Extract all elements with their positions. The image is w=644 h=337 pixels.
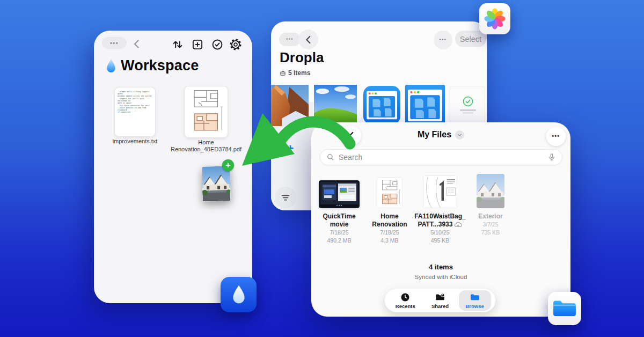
file-label: improvements.txt bbox=[97, 138, 173, 145]
workspace-panel: ••• Workspace - proper multi-tasking sup… bbox=[94, 31, 252, 303]
more-button[interactable]: ••• bbox=[546, 127, 566, 146]
bliss-photo bbox=[314, 85, 357, 126]
upload-check-screenshot-item[interactable] bbox=[450, 86, 485, 125]
sync-status: Synced with iCloud bbox=[311, 274, 570, 280]
back-button[interactable] bbox=[130, 38, 143, 50]
icloud-download-icon bbox=[454, 222, 462, 228]
add-item-button[interactable]: + bbox=[284, 143, 297, 155]
add-button[interactable] bbox=[191, 38, 204, 52]
shared-folder-icon bbox=[434, 292, 446, 303]
titlebar: My Files bbox=[311, 130, 570, 140]
select-mode-button[interactable] bbox=[210, 38, 224, 52]
blue-docs-screenshot bbox=[408, 88, 442, 123]
more-dots-icon: ••• bbox=[440, 38, 447, 42]
add-square-icon bbox=[191, 38, 204, 52]
tab-shared[interactable]: Shared bbox=[424, 290, 456, 311]
water-drop-icon bbox=[105, 58, 117, 74]
blue-docs-screenshot-item[interactable] bbox=[405, 85, 445, 126]
floorplan-thumbnail bbox=[377, 177, 402, 208]
dragged-photo[interactable] bbox=[202, 166, 230, 202]
drop-add-badge: + bbox=[222, 159, 234, 171]
settings-button[interactable] bbox=[229, 38, 243, 52]
photo-el-capitan[interactable] bbox=[271, 85, 309, 126]
folder-icon bbox=[469, 292, 481, 303]
house-exterior-thumbnail bbox=[477, 174, 504, 208]
pattern-thumbnail bbox=[423, 175, 457, 208]
title-menu-button[interactable] bbox=[455, 130, 464, 140]
blue-docs-app-item[interactable] bbox=[363, 86, 400, 124]
blue-docs-app-icon bbox=[367, 90, 397, 121]
file-waistbag-pattern[interactable]: FA110WaistBag_ PATT...3933 5/10/25 495 K… bbox=[414, 174, 466, 245]
workspace-title: Workspace bbox=[121, 57, 199, 74]
upload-check-graphic bbox=[450, 87, 485, 125]
chevron-left-icon bbox=[130, 38, 143, 50]
microphone-icon bbox=[547, 152, 557, 162]
screenshot-canvas: ••• Workspace - proper multi-tasking sup… bbox=[0, 0, 644, 337]
tab-bar: Recents Shared Browse bbox=[385, 289, 495, 312]
file-quicktime-movie[interactable]: QuickTime movie 7/18/25 490.2 MB bbox=[316, 174, 363, 245]
more-dots-icon: ••• bbox=[552, 134, 560, 139]
photos-app-icon[interactable] bbox=[479, 3, 510, 34]
more-dots-icon: ••• bbox=[110, 40, 119, 46]
tab-recents[interactable]: Recents bbox=[389, 290, 421, 311]
box-icon bbox=[280, 70, 286, 76]
filter-lines-icon bbox=[280, 192, 291, 203]
chevron-left-icon bbox=[303, 34, 314, 46]
chevron-down-icon bbox=[456, 131, 463, 138]
more-button[interactable]: ••• bbox=[434, 31, 452, 49]
dropla-title: Dropla bbox=[280, 49, 324, 66]
file-exterior-dimmed[interactable]: Exterior 3/7/25 735 KB bbox=[468, 174, 513, 237]
water-drop-icon bbox=[231, 284, 247, 305]
file-label: Home Renovation_48ED3784.pdf bbox=[163, 139, 250, 153]
floorplan-thumbnail bbox=[185, 86, 228, 138]
checkmark-circle-icon bbox=[210, 38, 224, 52]
tab-browse[interactable]: Browse bbox=[459, 290, 491, 311]
photos-flower-icon bbox=[482, 6, 507, 31]
file-improvements-txt[interactable]: - proper multi-tasking support where win… bbox=[114, 87, 156, 137]
files-app-icon[interactable] bbox=[548, 292, 581, 325]
items-count: 5 Items bbox=[280, 69, 310, 77]
clock-icon bbox=[400, 292, 411, 303]
file-home-renovation[interactable]: Home Renovation 7/18/25 4.3 MB bbox=[366, 174, 413, 245]
settings-gear-icon bbox=[229, 38, 243, 52]
search-bar[interactable] bbox=[320, 149, 562, 165]
window-controls-pill[interactable]: ••• bbox=[102, 37, 127, 49]
workspace-app-icon[interactable] bbox=[221, 277, 257, 312]
filter-button[interactable] bbox=[275, 187, 296, 208]
video-thumbnail bbox=[319, 180, 360, 208]
file-home-renovation-pdf[interactable] bbox=[184, 86, 228, 138]
items-count: 4 items bbox=[311, 263, 570, 271]
el-capitan-photo bbox=[271, 85, 309, 126]
window-controls-pill[interactable]: ••• bbox=[279, 33, 301, 46]
search-input[interactable] bbox=[339, 153, 544, 162]
window-title: My Files bbox=[418, 130, 451, 140]
photo-bliss[interactable] bbox=[314, 85, 357, 126]
more-dots-icon: ••• bbox=[286, 37, 294, 42]
search-icon bbox=[326, 152, 335, 162]
files-window: My Files ••• QuickTime movie 7/18/25 490… bbox=[311, 122, 570, 317]
sort-arrows-icon bbox=[171, 38, 185, 52]
back-button[interactable] bbox=[298, 30, 318, 49]
house-exterior-photo bbox=[202, 166, 230, 202]
txt-preview: - proper multi-tasking support where win… bbox=[118, 91, 152, 114]
sort-button[interactable] bbox=[171, 38, 185, 52]
select-button[interactable]: Select bbox=[455, 31, 486, 47]
folder-icon bbox=[552, 298, 577, 319]
